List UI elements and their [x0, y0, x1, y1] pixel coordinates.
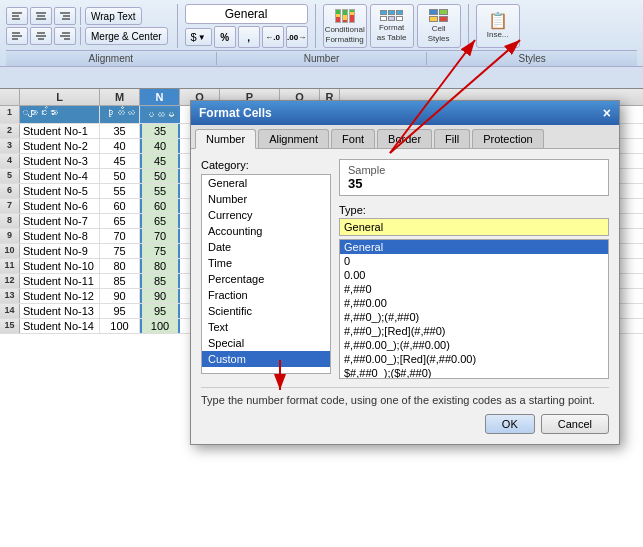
- align-top-left-btn[interactable]: [6, 7, 28, 25]
- category-item[interactable]: Special: [202, 335, 330, 351]
- percent-btn[interactable]: %: [214, 26, 236, 48]
- format-item[interactable]: #,##0: [340, 282, 608, 296]
- category-item[interactable]: Accounting: [202, 223, 330, 239]
- cell-score-n[interactable]: 60: [140, 199, 180, 213]
- align-right-btn[interactable]: [54, 27, 76, 45]
- format-item[interactable]: #,##0_);(#,##0): [340, 310, 608, 324]
- format-item[interactable]: 0.00: [340, 268, 608, 282]
- cell-student-name[interactable]: Student No-2: [20, 139, 100, 153]
- cell-score-n[interactable]: 40: [140, 139, 180, 153]
- cell-styles-btn[interactable]: Cell Styles: [417, 4, 461, 48]
- category-item[interactable]: Number: [202, 191, 330, 207]
- format-list[interactable]: General00.00#,##0#,##0.00#,##0_);(#,##0)…: [339, 239, 609, 379]
- cell-score-n[interactable]: 80: [140, 259, 180, 273]
- cell-score-m[interactable]: 35: [100, 124, 140, 138]
- cell-student-name[interactable]: Student No-7: [20, 214, 100, 228]
- wrap-text-btn[interactable]: Wrap Text: [85, 7, 142, 25]
- dialog-hint: Type the number format code, using one o…: [201, 387, 609, 406]
- align-top-right-btn[interactable]: [54, 7, 76, 25]
- comma-btn[interactable]: ,: [238, 26, 260, 48]
- cell-score-m[interactable]: 50: [100, 169, 140, 183]
- cell-score-n[interactable]: 50: [140, 169, 180, 183]
- align-left-btn[interactable]: [6, 27, 28, 45]
- format-item[interactable]: #,##0.00_);(#,##0.00): [340, 338, 608, 352]
- cell-student-name[interactable]: Student No-5: [20, 184, 100, 198]
- cell-score-m[interactable]: 40: [100, 139, 140, 153]
- tab-fill[interactable]: Fill: [434, 129, 470, 148]
- cell-score-n[interactable]: 85: [140, 274, 180, 288]
- category-item[interactable]: Scientific: [202, 303, 330, 319]
- cell-score-n[interactable]: 65: [140, 214, 180, 228]
- align-center-btn[interactable]: [30, 27, 52, 45]
- cell-score-m[interactable]: 70: [100, 229, 140, 243]
- merge-center-btn[interactable]: Merge & Center: [85, 27, 168, 45]
- category-item[interactable]: Percentage: [202, 271, 330, 287]
- category-item[interactable]: Currency: [202, 207, 330, 223]
- cell-student-name[interactable]: Student No-10: [20, 259, 100, 273]
- dialog-close-btn[interactable]: ×: [603, 105, 611, 121]
- dialog-title-bar[interactable]: Format Cells ×: [191, 101, 619, 125]
- header-col-m[interactable]: ဒုတိယ: [100, 106, 140, 123]
- format-item[interactable]: #,##0_);[Red](#,##0): [340, 324, 608, 338]
- cell-score-n[interactable]: 35: [140, 124, 180, 138]
- cell-score-m[interactable]: 95: [100, 304, 140, 318]
- category-list[interactable]: GeneralNumberCurrencyAccountingDateTimeP…: [201, 174, 331, 374]
- cell-student-name[interactable]: Student No-13: [20, 304, 100, 318]
- format-item[interactable]: $#,##0_);($#,##0): [340, 366, 608, 379]
- cancel-button[interactable]: Cancel: [541, 414, 609, 434]
- category-item[interactable]: Text: [202, 319, 330, 335]
- format-item[interactable]: General: [340, 240, 608, 254]
- align-top-center-btn[interactable]: [30, 7, 52, 25]
- cell-score-n[interactable]: 100: [140, 319, 180, 333]
- cell-score-m[interactable]: 85: [100, 274, 140, 288]
- type-input[interactable]: [339, 218, 609, 236]
- cell-score-m[interactable]: 60: [100, 199, 140, 213]
- tab-protection[interactable]: Protection: [472, 129, 544, 148]
- ok-button[interactable]: OK: [485, 414, 535, 434]
- decrease-decimal-btn[interactable]: .00→: [286, 26, 308, 48]
- cell-score-n[interactable]: 90: [140, 289, 180, 303]
- cell-score-n[interactable]: 45: [140, 154, 180, 168]
- cell-student-name[interactable]: Student No-4: [20, 169, 100, 183]
- insert-btn[interactable]: 📋 Inse...: [476, 4, 520, 48]
- cell-score-m[interactable]: 65: [100, 214, 140, 228]
- tab-font[interactable]: Font: [331, 129, 375, 148]
- cell-score-n[interactable]: 55: [140, 184, 180, 198]
- cell-student-name[interactable]: Student No-11: [20, 274, 100, 288]
- cell-score-m[interactable]: 100: [100, 319, 140, 333]
- category-item[interactable]: General: [202, 175, 330, 191]
- category-item[interactable]: Fraction: [202, 287, 330, 303]
- format-as-table-btn[interactable]: Format as Table: [370, 4, 414, 48]
- format-item[interactable]: #,##0.00_);[Red](#,##0.00): [340, 352, 608, 366]
- cell-score-m[interactable]: 55: [100, 184, 140, 198]
- tab-border[interactable]: Border: [377, 129, 432, 148]
- sample-box: Sample 35: [339, 159, 609, 196]
- header-col-l[interactable]: ေကျာင်းသား: [20, 106, 100, 123]
- category-item[interactable]: Custom: [202, 351, 330, 367]
- cell-student-name[interactable]: Student No-3: [20, 154, 100, 168]
- category-item[interactable]: Date: [202, 239, 330, 255]
- cell-score-m[interactable]: 45: [100, 154, 140, 168]
- cell-score-n[interactable]: 95: [140, 304, 180, 318]
- tab-alignment[interactable]: Alignment: [258, 129, 329, 148]
- category-item[interactable]: Time: [202, 255, 330, 271]
- format-item[interactable]: 0: [340, 254, 608, 268]
- dollar-btn[interactable]: $ ▼: [185, 28, 212, 46]
- cell-student-name[interactable]: Student No-1: [20, 124, 100, 138]
- cell-student-name[interactable]: Student No-8: [20, 229, 100, 243]
- cell-score-n[interactable]: 75: [140, 244, 180, 258]
- cell-score-n[interactable]: 70: [140, 229, 180, 243]
- number-format-box[interactable]: General: [185, 4, 308, 24]
- format-item[interactable]: #,##0.00: [340, 296, 608, 310]
- tab-number[interactable]: Number: [195, 129, 256, 149]
- cell-score-m[interactable]: 90: [100, 289, 140, 303]
- header-col-n[interactable]: ပထမ: [140, 106, 180, 123]
- conditional-formatting-btn[interactable]: Conditional Formatting: [323, 4, 367, 48]
- cell-student-name[interactable]: Student No-9: [20, 244, 100, 258]
- cell-score-m[interactable]: 80: [100, 259, 140, 273]
- cell-score-m[interactable]: 75: [100, 244, 140, 258]
- cell-student-name[interactable]: Student No-12: [20, 289, 100, 303]
- cell-student-name[interactable]: Student No-14: [20, 319, 100, 333]
- increase-decimal-btn[interactable]: ←.0: [262, 26, 284, 48]
- cell-student-name[interactable]: Student No-6: [20, 199, 100, 213]
